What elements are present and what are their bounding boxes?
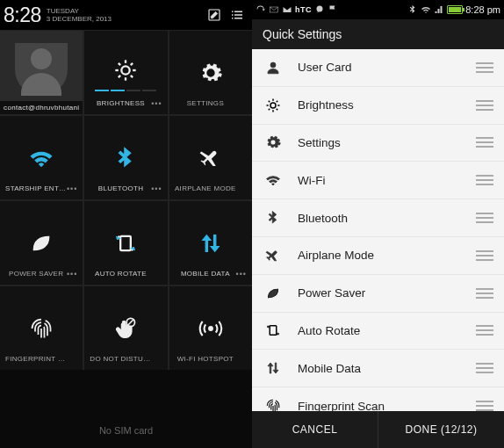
autorotate-icon [264, 322, 282, 338]
item-label: Wi-Fi [298, 174, 476, 187]
mobiledata-icon [264, 360, 282, 376]
gmail-icon [282, 4, 292, 15]
drag-handle-icon[interactable] [476, 250, 493, 261]
drag-handle-icon[interactable] [476, 401, 493, 411]
powersaver-tile[interactable]: POWER SAVER ••• [0, 201, 83, 285]
item-label: Settings [298, 136, 476, 149]
user-icon [264, 60, 282, 76]
status-bar: 8:28 TUESDAY 3 DECEMBER, 2013 [0, 0, 252, 31]
avatar-icon [15, 43, 68, 96]
list-item[interactable]: Power Saver [252, 275, 504, 312]
fingerprint-icon [29, 316, 54, 341]
more-icon[interactable]: ••• [236, 270, 247, 278]
cancel-button[interactable]: CANCEL [252, 411, 378, 448]
profile-label: contact@dhruvbhutani [0, 101, 83, 114]
drag-handle-icon[interactable] [476, 100, 493, 111]
edit-quick-settings-screen: hTC 8:28 pm Quick Settings User Card Bri… [252, 0, 504, 448]
bluetooth-tile[interactable]: BLUETOOTH ••• [84, 116, 167, 199]
more-icon[interactable]: ••• [67, 184, 77, 193]
settings-icon [264, 134, 282, 150]
wifi-icon [264, 172, 282, 188]
page-title: Quick Settings [252, 19, 504, 49]
done-button[interactable]: DONE (12/12) [378, 411, 504, 448]
svg-point-16 [317, 6, 323, 12]
item-label: User Card [298, 61, 476, 74]
battery-icon [447, 5, 463, 14]
list-item[interactable]: Mobile Data [252, 350, 504, 387]
drag-handle-icon[interactable] [476, 213, 493, 223]
data-icon [198, 231, 223, 256]
fingerprint-tile[interactable]: FINGERPRINT SCAN [0, 286, 83, 370]
sync-icon [256, 4, 266, 15]
airplane-tile[interactable]: AIRPLANE MODE [169, 116, 252, 199]
status-time: 8:28 pm [465, 4, 500, 15]
drag-handle-icon[interactable] [476, 137, 493, 148]
hotspot-tile[interactable]: WI-FI HOTSPOT [169, 286, 252, 370]
status-bar: hTC 8:28 pm [252, 0, 504, 19]
brightness-icon [113, 58, 138, 83]
item-label: Mobile Data [298, 362, 476, 375]
airplane-icon [198, 146, 223, 170]
list-icon[interactable] [229, 7, 245, 23]
dnd-tile[interactable]: DO NOT DISTURB [84, 286, 167, 370]
leaf-icon [29, 231, 54, 256]
chat-icon [314, 4, 325, 15]
drag-handle-icon[interactable] [476, 288, 493, 299]
item-label: Power Saver [298, 286, 476, 300]
date: TUESDAY 3 DECEMBER, 2013 [47, 7, 112, 23]
item-label: Airplane Mode [298, 249, 476, 262]
drag-handle-icon[interactable] [476, 363, 493, 373]
list-item[interactable]: Brightness [252, 87, 504, 124]
quick-settings-panel: 8:28 TUESDAY 3 DECEMBER, 2013 contact@dh… [0, 0, 252, 448]
mobiledata-tile[interactable]: MOBILE DATA ••• [169, 201, 252, 285]
tiles-grid: contact@dhruvbhutani BRIGHTNESS ••• SETT… [0, 31, 252, 370]
gear-icon [198, 61, 223, 85]
brightness-icon [264, 98, 282, 113]
list-item[interactable]: Wi-Fi [252, 162, 504, 199]
wifi-status-icon [421, 4, 431, 15]
signal-icon [434, 4, 444, 15]
brightness-tile[interactable]: BRIGHTNESS ••• [84, 31, 167, 114]
list-item[interactable]: Bluetooth [252, 199, 504, 236]
fingerprint-icon [264, 398, 282, 411]
hotspot-icon [198, 316, 223, 341]
profile-tile[interactable]: contact@dhruvbhutani [0, 31, 83, 114]
list-item[interactable]: User Card [252, 49, 504, 86]
more-icon[interactable]: ••• [67, 270, 77, 278]
list-item[interactable]: Airplane Mode [252, 237, 504, 274]
edit-icon[interactable] [206, 7, 222, 23]
list-item[interactable]: Fingerprint Scan [252, 387, 504, 411]
settings-tile[interactable]: SETTINGS [169, 31, 252, 114]
rotate-icon [113, 231, 138, 256]
htc-logo: hTC [295, 5, 312, 14]
wifi-icon [29, 146, 54, 170]
flag-icon [328, 4, 338, 15]
clock: 8:28 [4, 4, 41, 27]
wifi-tile[interactable]: Starship Enterprise ••• [0, 116, 83, 199]
more-icon[interactable]: ••• [151, 184, 162, 193]
airplane-icon [264, 248, 282, 264]
footer-bar: CANCEL DONE (12/12) [252, 411, 504, 448]
drag-handle-icon[interactable] [476, 175, 493, 185]
bluetooth-status-icon [407, 4, 418, 15]
blank-area [0, 370, 252, 413]
bluetooth-icon [264, 210, 282, 226]
brightness-level [95, 90, 156, 91]
mail-icon [269, 4, 279, 15]
item-label: Auto Rotate [298, 324, 476, 337]
bluetooth-icon [113, 146, 138, 170]
drag-handle-icon[interactable] [476, 62, 493, 73]
list-item[interactable]: Auto Rotate [252, 313, 504, 350]
list-item[interactable]: Settings [252, 125, 504, 162]
autorotate-tile[interactable]: AUTO ROTATE [84, 201, 167, 285]
footer-status: No SIM card [0, 414, 252, 448]
item-label: Brightness [298, 98, 476, 112]
powersaver-icon [264, 285, 282, 301]
hand-block-icon [113, 316, 138, 341]
item-label: Fingerprint Scan [298, 400, 476, 411]
drag-handle-icon[interactable] [476, 325, 493, 336]
item-label: Bluetooth [298, 212, 476, 225]
settings-list[interactable]: User Card Brightness Settings Wi-Fi Blue… [252, 49, 504, 411]
more-icon[interactable]: ••• [151, 99, 162, 108]
